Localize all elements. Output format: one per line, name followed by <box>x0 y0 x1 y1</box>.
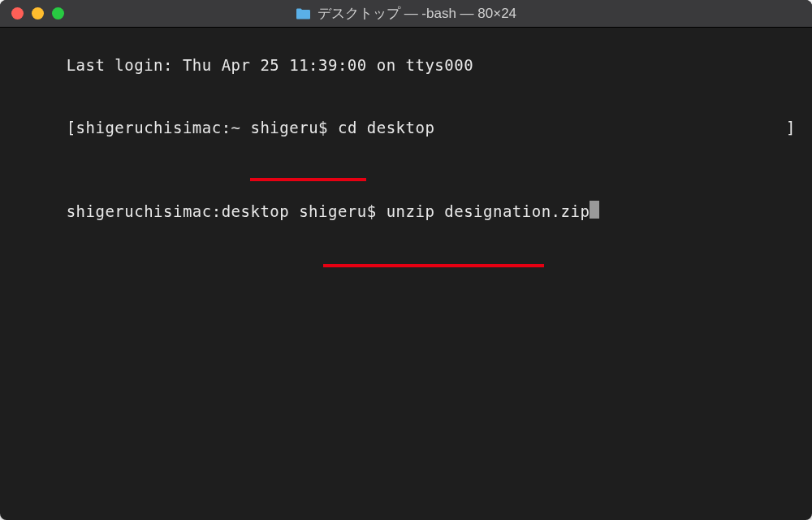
cursor <box>590 201 599 219</box>
underline-annotation-2 <box>323 264 544 267</box>
bracket-open: [ <box>67 119 76 136</box>
prompt-2: shigeruchisimac:desktop shigeru$ <box>67 202 387 220</box>
command-unzip: unzip designation.zip <box>387 202 590 220</box>
terminal-line-unzip: shigeruchisimac:desktop shigeru$ unzip d… <box>8 180 804 264</box>
close-button[interactable] <box>11 7 24 20</box>
window-title: デスクトップ — -bash — 80×24 <box>296 4 516 23</box>
bracket-close: ] <box>786 118 796 139</box>
titlebar: デスクトップ — -bash — 80×24 <box>0 0 812 28</box>
last-login-text: Last login: Thu Apr 25 11:39:00 on ttys0… <box>67 56 473 74</box>
folder-icon <box>296 7 311 20</box>
command-cd: cd desktop <box>338 119 434 136</box>
terminal-line-last-login: Last login: Thu Apr 25 11:39:00 on ttys0… <box>8 34 804 97</box>
maximize-button[interactable] <box>52 7 64 20</box>
terminal-line-cd: [shigeruchisimac:~ shigeru$ cd desktop] <box>8 97 804 180</box>
terminal-body[interactable]: Last login: Thu Apr 25 11:39:00 on ttys0… <box>0 28 812 271</box>
prompt-1: shigeruchisimac:~ shigeru$ <box>76 119 338 136</box>
window-controls <box>0 7 64 20</box>
window-title-text: デスクトップ — -bash — 80×24 <box>317 4 516 23</box>
minimize-button[interactable] <box>32 7 44 20</box>
terminal-window: デスクトップ — -bash — 80×24 Last login: Thu A… <box>0 0 812 520</box>
